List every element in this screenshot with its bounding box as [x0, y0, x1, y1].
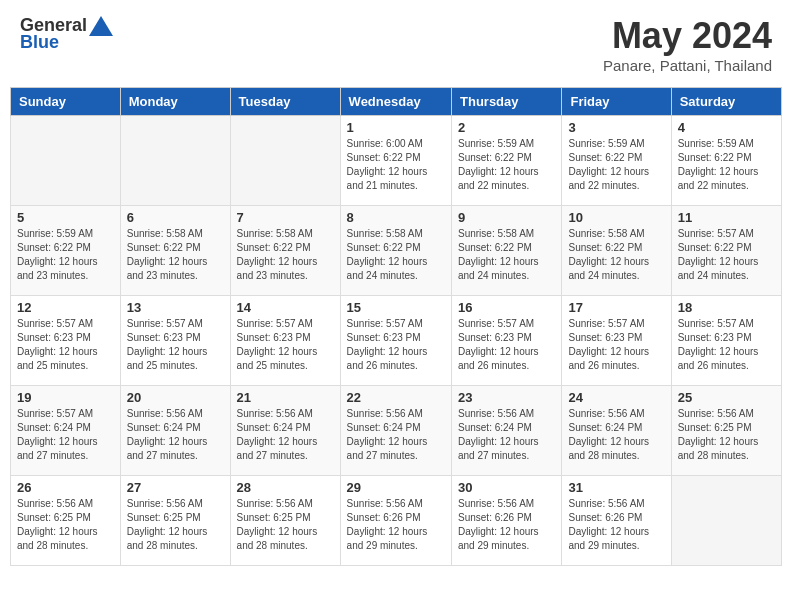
calendar-cell: 21Sunrise: 5:56 AM Sunset: 6:24 PM Dayli… — [230, 386, 340, 476]
calendar-cell: 7Sunrise: 5:58 AM Sunset: 6:22 PM Daylig… — [230, 206, 340, 296]
day-number: 11 — [678, 210, 775, 225]
weekday-header-tuesday: Tuesday — [230, 88, 340, 116]
calendar-cell: 9Sunrise: 5:58 AM Sunset: 6:22 PM Daylig… — [452, 206, 562, 296]
day-info: Sunrise: 5:56 AM Sunset: 6:24 PM Dayligh… — [237, 407, 334, 463]
day-number: 8 — [347, 210, 445, 225]
day-number: 30 — [458, 480, 555, 495]
calendar-cell: 31Sunrise: 5:56 AM Sunset: 6:26 PM Dayli… — [562, 476, 671, 566]
weekday-header-thursday: Thursday — [452, 88, 562, 116]
day-info: Sunrise: 5:56 AM Sunset: 6:26 PM Dayligh… — [347, 497, 445, 553]
day-info: Sunrise: 5:56 AM Sunset: 6:24 PM Dayligh… — [127, 407, 224, 463]
day-number: 31 — [568, 480, 664, 495]
day-info: Sunrise: 5:57 AM Sunset: 6:23 PM Dayligh… — [237, 317, 334, 373]
day-info: Sunrise: 5:56 AM Sunset: 6:26 PM Dayligh… — [568, 497, 664, 553]
weekday-header-saturday: Saturday — [671, 88, 781, 116]
calendar-cell — [11, 116, 121, 206]
calendar-table: SundayMondayTuesdayWednesdayThursdayFrid… — [10, 87, 782, 566]
title-section: May 2024 Panare, Pattani, Thailand — [603, 15, 772, 74]
day-info: Sunrise: 5:58 AM Sunset: 6:22 PM Dayligh… — [127, 227, 224, 283]
month-title: May 2024 — [603, 15, 772, 57]
location-text: Panare, Pattani, Thailand — [603, 57, 772, 74]
day-info: Sunrise: 5:59 AM Sunset: 6:22 PM Dayligh… — [678, 137, 775, 193]
day-info: Sunrise: 5:56 AM Sunset: 6:24 PM Dayligh… — [458, 407, 555, 463]
calendar-header-row: SundayMondayTuesdayWednesdayThursdayFrid… — [11, 88, 782, 116]
day-number: 16 — [458, 300, 555, 315]
day-info: Sunrise: 5:57 AM Sunset: 6:23 PM Dayligh… — [17, 317, 114, 373]
calendar-cell: 29Sunrise: 5:56 AM Sunset: 6:26 PM Dayli… — [340, 476, 451, 566]
calendar-cell: 28Sunrise: 5:56 AM Sunset: 6:25 PM Dayli… — [230, 476, 340, 566]
day-number: 29 — [347, 480, 445, 495]
day-number: 23 — [458, 390, 555, 405]
day-number: 27 — [127, 480, 224, 495]
day-number: 28 — [237, 480, 334, 495]
calendar-cell: 4Sunrise: 5:59 AM Sunset: 6:22 PM Daylig… — [671, 116, 781, 206]
day-number: 2 — [458, 120, 555, 135]
day-number: 19 — [17, 390, 114, 405]
calendar-body: 1Sunrise: 6:00 AM Sunset: 6:22 PM Daylig… — [11, 116, 782, 566]
weekday-header-sunday: Sunday — [11, 88, 121, 116]
calendar-cell: 12Sunrise: 5:57 AM Sunset: 6:23 PM Dayli… — [11, 296, 121, 386]
day-info: Sunrise: 5:56 AM Sunset: 6:26 PM Dayligh… — [458, 497, 555, 553]
day-info: Sunrise: 5:56 AM Sunset: 6:25 PM Dayligh… — [237, 497, 334, 553]
weekday-header-friday: Friday — [562, 88, 671, 116]
day-info: Sunrise: 5:58 AM Sunset: 6:22 PM Dayligh… — [458, 227, 555, 283]
day-number: 10 — [568, 210, 664, 225]
calendar-cell: 17Sunrise: 5:57 AM Sunset: 6:23 PM Dayli… — [562, 296, 671, 386]
calendar-cell: 23Sunrise: 5:56 AM Sunset: 6:24 PM Dayli… — [452, 386, 562, 476]
calendar-week-1: 1Sunrise: 6:00 AM Sunset: 6:22 PM Daylig… — [11, 116, 782, 206]
svg-marker-0 — [89, 16, 113, 36]
calendar-cell: 5Sunrise: 5:59 AM Sunset: 6:22 PM Daylig… — [11, 206, 121, 296]
day-number: 22 — [347, 390, 445, 405]
day-info: Sunrise: 5:57 AM Sunset: 6:23 PM Dayligh… — [678, 317, 775, 373]
logo-blue-text: Blue — [20, 32, 59, 53]
calendar-cell: 14Sunrise: 5:57 AM Sunset: 6:23 PM Dayli… — [230, 296, 340, 386]
day-number: 18 — [678, 300, 775, 315]
logo-icon — [89, 16, 113, 36]
day-info: Sunrise: 5:56 AM Sunset: 6:24 PM Dayligh… — [347, 407, 445, 463]
day-number: 20 — [127, 390, 224, 405]
calendar-cell: 16Sunrise: 5:57 AM Sunset: 6:23 PM Dayli… — [452, 296, 562, 386]
calendar-cell: 26Sunrise: 5:56 AM Sunset: 6:25 PM Dayli… — [11, 476, 121, 566]
calendar-cell: 30Sunrise: 5:56 AM Sunset: 6:26 PM Dayli… — [452, 476, 562, 566]
day-number: 24 — [568, 390, 664, 405]
calendar-cell: 6Sunrise: 5:58 AM Sunset: 6:22 PM Daylig… — [120, 206, 230, 296]
day-number: 26 — [17, 480, 114, 495]
calendar-cell: 18Sunrise: 5:57 AM Sunset: 6:23 PM Dayli… — [671, 296, 781, 386]
day-info: Sunrise: 5:56 AM Sunset: 6:25 PM Dayligh… — [127, 497, 224, 553]
calendar-cell: 24Sunrise: 5:56 AM Sunset: 6:24 PM Dayli… — [562, 386, 671, 476]
calendar-cell: 13Sunrise: 5:57 AM Sunset: 6:23 PM Dayli… — [120, 296, 230, 386]
weekday-header-wednesday: Wednesday — [340, 88, 451, 116]
day-info: Sunrise: 5:59 AM Sunset: 6:22 PM Dayligh… — [458, 137, 555, 193]
calendar-cell: 2Sunrise: 5:59 AM Sunset: 6:22 PM Daylig… — [452, 116, 562, 206]
day-number: 21 — [237, 390, 334, 405]
calendar-cell: 10Sunrise: 5:58 AM Sunset: 6:22 PM Dayli… — [562, 206, 671, 296]
calendar-cell: 3Sunrise: 5:59 AM Sunset: 6:22 PM Daylig… — [562, 116, 671, 206]
calendar-cell: 25Sunrise: 5:56 AM Sunset: 6:25 PM Dayli… — [671, 386, 781, 476]
day-number: 15 — [347, 300, 445, 315]
page-header: General Blue May 2024 Panare, Pattani, T… — [10, 10, 782, 79]
day-number: 17 — [568, 300, 664, 315]
day-number: 1 — [347, 120, 445, 135]
weekday-header-monday: Monday — [120, 88, 230, 116]
day-info: Sunrise: 5:56 AM Sunset: 6:24 PM Dayligh… — [568, 407, 664, 463]
calendar-cell: 20Sunrise: 5:56 AM Sunset: 6:24 PM Dayli… — [120, 386, 230, 476]
day-number: 7 — [237, 210, 334, 225]
day-info: Sunrise: 5:57 AM Sunset: 6:23 PM Dayligh… — [458, 317, 555, 373]
calendar-week-4: 19Sunrise: 5:57 AM Sunset: 6:24 PM Dayli… — [11, 386, 782, 476]
day-number: 5 — [17, 210, 114, 225]
day-number: 12 — [17, 300, 114, 315]
calendar-cell: 15Sunrise: 5:57 AM Sunset: 6:23 PM Dayli… — [340, 296, 451, 386]
calendar-week-3: 12Sunrise: 5:57 AM Sunset: 6:23 PM Dayli… — [11, 296, 782, 386]
calendar-cell — [230, 116, 340, 206]
calendar-week-5: 26Sunrise: 5:56 AM Sunset: 6:25 PM Dayli… — [11, 476, 782, 566]
day-number: 9 — [458, 210, 555, 225]
calendar-cell: 19Sunrise: 5:57 AM Sunset: 6:24 PM Dayli… — [11, 386, 121, 476]
day-number: 14 — [237, 300, 334, 315]
calendar-cell: 22Sunrise: 5:56 AM Sunset: 6:24 PM Dayli… — [340, 386, 451, 476]
day-info: Sunrise: 5:56 AM Sunset: 6:25 PM Dayligh… — [678, 407, 775, 463]
day-number: 6 — [127, 210, 224, 225]
day-info: Sunrise: 5:57 AM Sunset: 6:23 PM Dayligh… — [127, 317, 224, 373]
day-info: Sunrise: 6:00 AM Sunset: 6:22 PM Dayligh… — [347, 137, 445, 193]
day-info: Sunrise: 5:58 AM Sunset: 6:22 PM Dayligh… — [237, 227, 334, 283]
day-info: Sunrise: 5:58 AM Sunset: 6:22 PM Dayligh… — [347, 227, 445, 283]
